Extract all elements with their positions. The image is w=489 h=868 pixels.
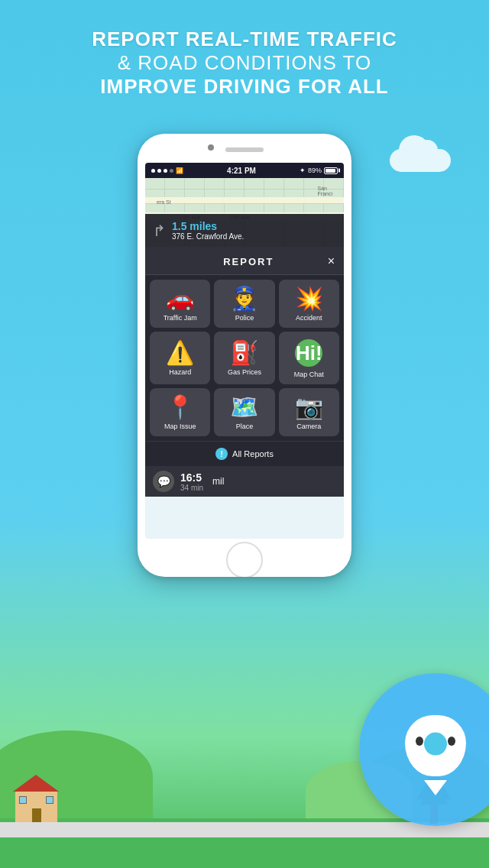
waze-pin — [405, 715, 466, 784]
bluetooth-icon: ✦ — [300, 167, 306, 174]
signal-dot1 — [151, 169, 155, 173]
navigation-bar: ↱ 1.5 miles 376 E. Crawford Ave. — [145, 214, 344, 247]
all-reports-label: All Reports — [232, 449, 274, 458]
road — [0, 822, 489, 837]
home-button[interactable] — [226, 542, 263, 577]
route-time: 16:5 — [180, 471, 203, 484]
signal-dot2 — [157, 169, 161, 173]
chat-bubble-icon[interactable]: 💬 — [153, 471, 174, 492]
cloud-left — [390, 149, 451, 172]
report-header: REPORT × — [145, 247, 344, 275]
route-time-info: 16:5 34 min — [180, 471, 203, 492]
nav-distance: 1.5 miles — [172, 220, 336, 232]
camera-icon: 📷 — [295, 396, 323, 419]
route-distance: mil — [212, 476, 224, 487]
waze-pin-head — [405, 715, 466, 776]
map-area[interactable]: era St 18th Ave 12th Ave SanFranci ↱ 1.5… — [145, 178, 344, 247]
map-chat-icon: Hi! — [295, 339, 322, 367]
phone-camera-icon — [208, 144, 214, 151]
report-item-map-chat[interactable]: Hi! Map Chat — [279, 332, 339, 384]
house — [15, 792, 57, 822]
hill-left — [0, 730, 153, 822]
hazard-icon: ⚠️ — [166, 342, 194, 364]
report-item-gas-prices[interactable]: ⛽ Gas Prices — [214, 332, 274, 384]
map-issue-icon: 📍 — [166, 396, 194, 419]
header-section: REPORT REAL-TIME TRAFFIC & ROAD CONDITIO… — [0, 0, 489, 114]
house-window-left — [19, 796, 27, 804]
signal-area: 📶 — [151, 167, 183, 174]
map-issue-label: Map Issue — [164, 423, 196, 430]
report-item-place[interactable]: 🗺️ Place — [214, 388, 274, 436]
hazard-label: Hazard — [169, 368, 191, 376]
accident-label: Accident — [296, 314, 322, 322]
phone-body: 📶 4:21 PM ✦ 89% era St 18th Ave 12th — [138, 134, 351, 577]
all-reports-icon: ! — [215, 448, 228, 460]
report-item-accident[interactable]: 💥 Accident — [279, 280, 339, 328]
house-roof — [13, 775, 59, 792]
battery-fill — [325, 169, 335, 173]
phone-mockup: 📶 4:21 PM ✦ 89% era St 18th Ave 12th — [138, 134, 351, 577]
status-bar: 📶 4:21 PM ✦ 89% — [145, 163, 344, 178]
report-modal-title: REPORT — [170, 256, 328, 267]
police-icon: 👮 — [230, 287, 258, 310]
signal-dot4 — [170, 169, 173, 173]
report-item-traffic-jam[interactable]: 🚗 Traffic Jam — [150, 280, 210, 328]
report-item-police[interactable]: 👮 Police — [214, 280, 274, 328]
report-close-button[interactable]: × — [328, 254, 335, 268]
signal-dot3 — [164, 169, 167, 173]
nav-info-block: 1.5 miles 376 E. Crawford Ave. — [172, 220, 336, 241]
map-road-2 — [145, 197, 344, 203]
header-line3: IMPROVE DRIVING FOR ALL — [31, 75, 458, 99]
waze-logo-circle — [359, 673, 489, 826]
wifi-icon: 📶 — [176, 167, 183, 174]
report-item-map-issue[interactable]: 📍 Map Issue — [150, 388, 210, 436]
camera-label: Camera — [296, 423, 321, 430]
header-line1: REPORT REAL-TIME TRAFFIC — [31, 28, 458, 51]
nav-turn-arrow: ↱ — [153, 222, 166, 240]
police-label: Police — [235, 314, 254, 322]
bottom-navigation-bar: 💬 16:5 34 min mil — [145, 466, 344, 497]
report-item-camera[interactable]: 📷 Camera — [279, 388, 339, 436]
all-reports-bar[interactable]: ! All Reports — [145, 441, 344, 466]
nav-street: 376 E. Crawford Ave. — [172, 232, 336, 241]
report-item-hazard[interactable]: ⚠️ Hazard — [150, 332, 210, 384]
header-line2: & ROAD CONDITIONS TO — [31, 51, 458, 75]
place-icon: 🗺️ — [230, 396, 258, 419]
report-grid: 🚗 Traffic Jam 👮 Police 💥 Accident ⚠️ — [145, 275, 344, 441]
battery-area: ✦ 89% — [300, 167, 338, 174]
accident-icon: 💥 — [295, 287, 323, 310]
battery-icon — [324, 167, 338, 174]
traffic-jam-label: Traffic Jam — [164, 314, 197, 322]
report-modal: REPORT × 🚗 Traffic Jam 👮 Police 💥 — [145, 247, 344, 497]
place-label: Place — [236, 423, 254, 430]
house-door — [32, 808, 41, 822]
map-chat-label: Map Chat — [294, 371, 324, 378]
time-display: 4:21 PM — [227, 167, 256, 175]
house-window-right — [46, 796, 53, 804]
gas-prices-icon: ⛽ — [230, 342, 258, 364]
phone-screen: 📶 4:21 PM ✦ 89% era St 18th Ave 12th — [145, 163, 344, 539]
waze-pin-pointer — [424, 780, 447, 795]
ground — [0, 818, 489, 868]
route-minutes: 34 min — [180, 484, 203, 492]
waze-pin-dot — [424, 733, 447, 756]
phone-speaker — [225, 147, 264, 152]
battery-percent: 89% — [308, 167, 322, 174]
gas-prices-label: Gas Prices — [228, 368, 261, 376]
house-body — [15, 792, 57, 822]
traffic-jam-icon: 🚗 — [166, 287, 194, 310]
